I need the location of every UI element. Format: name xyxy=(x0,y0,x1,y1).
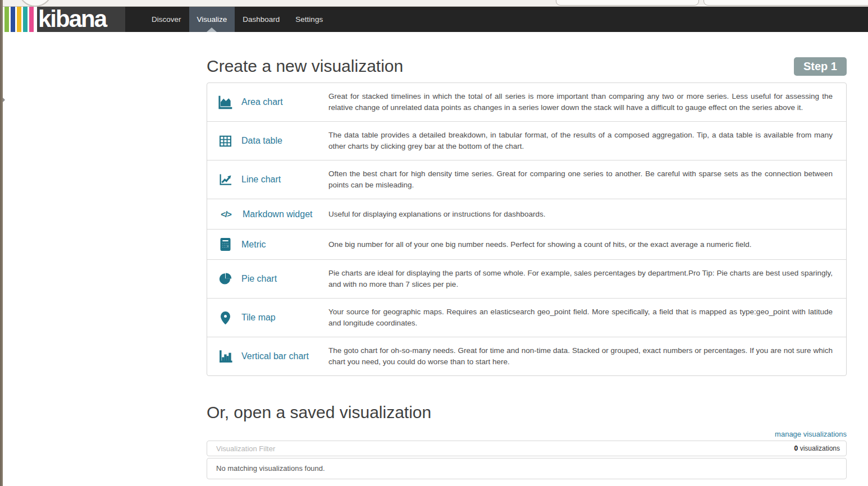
viz-type-row[interactable]: Vertical bar chart The goto chart for oh… xyxy=(207,337,846,375)
window-edge-notch xyxy=(3,98,5,102)
visualization-filter-input[interactable] xyxy=(216,444,794,453)
viz-type-description: Great for stacked timelines in which the… xyxy=(328,91,846,113)
nav-item-label: Settings xyxy=(295,15,323,24)
main-content: Create a new visualization Step 1 Area c… xyxy=(207,32,847,479)
viz-type-label[interactable]: Data table xyxy=(241,136,282,146)
markdown-glyph: </> xyxy=(221,209,231,219)
nav-item-dashboard[interactable]: Dashboard xyxy=(235,7,287,32)
visualization-count-label: visualizations xyxy=(800,444,840,452)
viz-type-row[interactable]: Metric One big number for all of your on… xyxy=(207,230,846,260)
window-left-edge xyxy=(0,0,3,486)
browser-searchbar-partial xyxy=(703,0,868,6)
open-saved-title: Or, open a saved visualization xyxy=(207,403,847,422)
kibana-logo-stripes xyxy=(0,7,37,32)
nav-item-visualize[interactable]: Visualize xyxy=(189,7,235,32)
logo-stripe xyxy=(11,7,15,32)
navbar-menu: DiscoverVisualizeDashboardSettings xyxy=(144,7,331,32)
viz-type-description: Pie charts are ideal for displaying the … xyxy=(328,268,846,290)
viz-type-label[interactable]: Area chart xyxy=(241,97,283,107)
line-chart-icon xyxy=(218,173,232,187)
viz-type-description: Your source for geographic maps. Require… xyxy=(328,306,846,329)
visualization-count-value: 0 xyxy=(794,444,798,452)
browser-button-partial xyxy=(18,0,53,7)
logo-stripe xyxy=(4,7,9,32)
viz-type-row[interactable]: Line chart Often the best chart for high… xyxy=(207,161,846,199)
viz-type-row[interactable]: Area chart Great for stacked timelines i… xyxy=(207,83,846,122)
viz-type-list: Area chart Great for stacked timelines i… xyxy=(207,82,847,376)
viz-type-row[interactable]: Data table The data table provides a det… xyxy=(207,122,846,161)
nav-item-settings[interactable]: Settings xyxy=(287,7,331,32)
active-tab-caret-icon xyxy=(207,27,217,32)
viz-type-description: One big number for all of your one big n… xyxy=(328,239,846,250)
manage-row: manage visualizations xyxy=(207,430,847,438)
viz-type-row[interactable]: Pie chart Pie charts are ideal for displ… xyxy=(207,260,846,299)
manage-visualizations-link[interactable]: manage visualizations xyxy=(775,430,847,438)
vertical-bar-chart-icon xyxy=(218,350,232,364)
logo-stripe xyxy=(17,7,21,32)
viz-type-description: The data table provides a detailed break… xyxy=(328,130,846,152)
top-navbar: kibana DiscoverVisualizeDashboardSetting… xyxy=(0,7,868,32)
empty-results-panel: No matching visualizations found. xyxy=(207,458,847,479)
viz-type-description: Often the best chart for high density ti… xyxy=(328,168,846,191)
viz-type-label[interactable]: Line chart xyxy=(241,175,281,185)
empty-results-message: No matching visualizations found. xyxy=(216,464,325,473)
pie-chart-icon xyxy=(218,272,232,286)
create-title-row: Create a new visualization Step 1 xyxy=(207,57,847,76)
browser-chrome-strip xyxy=(0,0,868,7)
browser-addressbar-partial xyxy=(556,0,699,6)
visualization-count: 0 visualizations xyxy=(794,444,840,452)
visualization-filter-bar: 0 visualizations xyxy=(207,441,847,456)
viz-type-description: The goto chart for oh-so-many needs. Gre… xyxy=(328,345,846,368)
viz-type-label[interactable]: Tile map xyxy=(241,313,276,323)
viz-type-label[interactable]: Vertical bar chart xyxy=(241,351,309,361)
step-badge: Step 1 xyxy=(794,57,847,76)
logo-stripe xyxy=(29,7,34,32)
viz-type-label[interactable]: Pie chart xyxy=(241,274,277,284)
page-title: Create a new visualization xyxy=(207,57,403,76)
viz-type-row[interactable]: Tile map Your source for geographic maps… xyxy=(207,299,846,337)
nav-item-label: Visualize xyxy=(197,15,227,24)
viz-type-label[interactable]: Metric xyxy=(241,240,266,250)
viz-type-label[interactable]: Markdown widget xyxy=(243,209,313,219)
area-chart-icon xyxy=(218,95,232,109)
nav-item-label: Discover xyxy=(152,15,181,24)
nav-item-discover[interactable]: Discover xyxy=(144,7,189,32)
logo-stripe xyxy=(23,7,28,32)
data-table-icon xyxy=(218,134,232,148)
tile-map-icon xyxy=(218,311,232,325)
nav-item-label: Dashboard xyxy=(243,15,280,24)
markdown-icon: </> xyxy=(218,207,234,221)
viz-type-row[interactable]: </> Markdown widget Useful for displayin… xyxy=(207,199,846,230)
kibana-logo[interactable]: kibana xyxy=(37,7,125,32)
viz-type-description: Useful for displaying explanations or in… xyxy=(328,209,846,220)
metric-icon xyxy=(218,237,232,251)
